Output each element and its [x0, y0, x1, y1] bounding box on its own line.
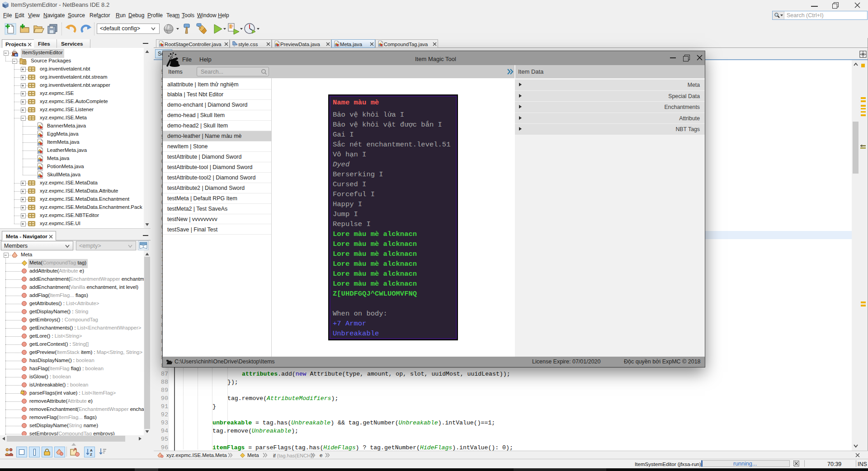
svg-text:Z: Z: [90, 452, 92, 456]
svg-text:A: A: [90, 448, 93, 452]
